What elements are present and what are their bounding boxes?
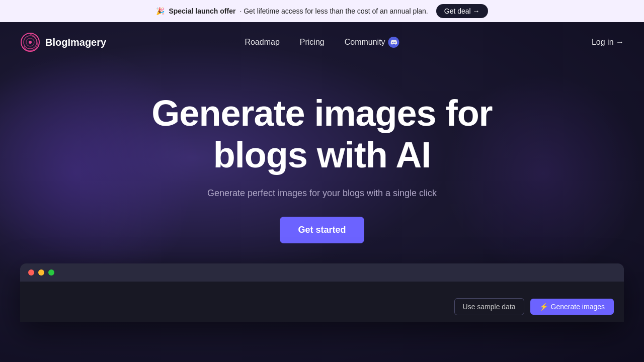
- nav-roadmap[interactable]: Roadmap: [245, 38, 279, 47]
- traffic-light-green: [48, 269, 54, 276]
- nav-pricing[interactable]: Pricing: [300, 38, 325, 47]
- hero-title: Generate images for blogs with AI: [151, 93, 492, 176]
- navbar: BlogImagery Roadmap Pricing Community Lo…: [0, 22, 644, 62]
- logo-text: BlogImagery: [45, 37, 106, 48]
- svg-point-3: [29, 41, 32, 44]
- nav-community[interactable]: Community: [345, 37, 399, 48]
- logo[interactable]: BlogImagery: [20, 32, 106, 52]
- traffic-light-yellow: [38, 269, 44, 276]
- hero-title-line1: Generate images for: [151, 93, 492, 133]
- announcement-message: · Get lifetime access for less than the …: [239, 7, 428, 15]
- community-label: Community: [345, 38, 385, 47]
- discord-icon: [388, 37, 399, 48]
- nav-links: Roadmap Pricing Community: [245, 37, 399, 48]
- app-content: Use sample data ⚡ Generate images: [20, 282, 624, 322]
- app-titlebar: [20, 263, 624, 282]
- main-container: BlogImagery Roadmap Pricing Community Lo…: [0, 22, 644, 362]
- generate-images-button[interactable]: ⚡ Generate images: [530, 299, 614, 315]
- announcement-emoji: 🎉: [156, 7, 165, 15]
- get-started-button[interactable]: Get started: [280, 217, 364, 243]
- logo-icon: [20, 32, 40, 52]
- hero-section: Generate images for blogs with AI Genera…: [0, 62, 644, 322]
- login-button[interactable]: Log in →: [592, 38, 624, 47]
- hero-subtitle: Generate perfect images for your blogs w…: [207, 188, 437, 199]
- get-deal-button[interactable]: Get deal →: [436, 4, 488, 18]
- lightning-icon: ⚡: [539, 303, 548, 311]
- announcement-bold: Special launch offer: [169, 7, 235, 15]
- app-preview: Use sample data ⚡ Generate images: [20, 263, 624, 322]
- traffic-light-red: [28, 269, 34, 276]
- announcement-bar: 🎉 Special launch offer · Get lifetime ac…: [0, 0, 644, 22]
- generate-label: Generate images: [551, 303, 605, 311]
- use-sample-button[interactable]: Use sample data: [454, 298, 524, 315]
- hero-title-line2: blogs with AI: [213, 135, 431, 175]
